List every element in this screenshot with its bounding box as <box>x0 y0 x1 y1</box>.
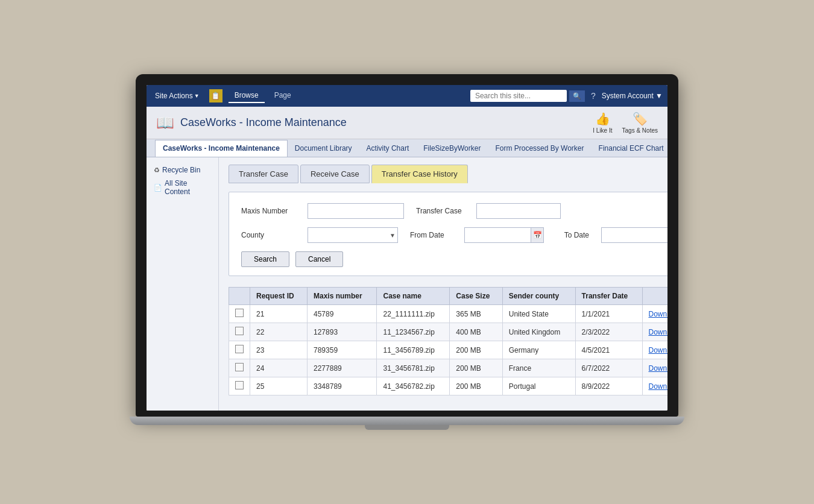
row-case-name: 22_1111111.zip <box>377 305 450 323</box>
row-maxis-number: 2277889 <box>308 359 377 377</box>
county-select[interactable] <box>308 227 398 243</box>
row-download-cell: Download <box>642 359 667 377</box>
page-title: CaseWorks - Income Maintenance <box>180 116 347 129</box>
title-bar: 📖 CaseWorks - Income Maintenance 👍 I Lik… <box>147 107 667 139</box>
row-request-id: 23 <box>250 341 308 359</box>
page-tab[interactable]: Page <box>268 89 297 103</box>
laptop-stand <box>365 425 449 430</box>
sidebar-item-all-site-content[interactable]: 📄 All Site Content <box>151 177 213 198</box>
maxis-number-input[interactable] <box>308 203 404 219</box>
download-link[interactable]: Download <box>649 328 668 336</box>
table-header-row: Request ID Maxis number Case name Case S… <box>229 288 668 305</box>
row-check-cell[interactable] <box>229 359 250 377</box>
row-sender-county: Germany <box>502 341 575 359</box>
row-transfer-date: 6/7/2022 <box>575 359 642 377</box>
col-header-case-size: Case Size <box>450 288 502 305</box>
nav-item-activity-chart[interactable]: Activity Chart <box>359 140 417 156</box>
form-panel: Maxis Number Transfer Case County <box>229 192 667 276</box>
from-date-calendar-icon[interactable]: 📅 <box>531 227 544 243</box>
row-check-cell[interactable] <box>229 377 250 395</box>
checkbox-icon[interactable] <box>235 327 244 335</box>
row-download-cell: Download <box>642 377 667 395</box>
col-header-maxis-number: Maxis number <box>308 288 377 305</box>
topbar: Site Actions ▼ 📋 Browse Page 🔍 ? System … <box>147 85 667 107</box>
main-tabs: Transfer Case Receive Case Transfer Case… <box>229 165 667 183</box>
county-label: County <box>241 231 295 239</box>
checkbox-icon[interactable] <box>235 309 244 317</box>
nav-item-caseworks[interactable]: CaseWorks - Income Maintenance <box>155 140 288 157</box>
nav-item-financial-ecf[interactable]: Financial ECF Chart <box>592 140 667 156</box>
row-maxis-number: 127893 <box>308 323 377 341</box>
from-date-input[interactable] <box>464 227 531 243</box>
checkbox-icon[interactable] <box>235 381 244 389</box>
download-link[interactable]: Download <box>649 382 668 391</box>
checkbox-icon[interactable] <box>235 363 244 371</box>
to-date-input[interactable] <box>601 227 667 243</box>
row-sender-county: France <box>502 359 575 377</box>
row-request-id: 21 <box>250 305 308 323</box>
ilike-button[interactable]: 👍 I Like It <box>593 112 612 134</box>
row-case-size: 200 MB <box>450 377 502 395</box>
tab-transfer-case[interactable]: Transfer Case <box>229 165 298 183</box>
table-row: 24 2277889 31_3456781.zip 200 MB France … <box>229 359 668 377</box>
col-header-check <box>229 288 250 305</box>
nav-bar: CaseWorks - Income Maintenance Document … <box>147 139 667 157</box>
cancel-button[interactable]: Cancel <box>295 251 343 267</box>
nav-item-form-processed[interactable]: Form Processed By Worker <box>488 140 591 156</box>
user-account[interactable]: System Account ▼ <box>602 92 663 100</box>
title-left: 📖 CaseWorks - Income Maintenance <box>156 115 347 131</box>
book-icon: 📖 <box>156 115 174 131</box>
to-date-label: To Date <box>556 231 589 239</box>
tab-transfer-case-history[interactable]: Transfer Case History <box>371 165 468 183</box>
checkbox-icon[interactable] <box>235 345 244 353</box>
row-download-cell: Download <box>642 305 667 323</box>
sharepoint-icon: 📋 <box>209 89 222 102</box>
col-header-case-name: Case name <box>377 288 450 305</box>
col-header-request-id: Request ID <box>250 288 308 305</box>
nav-item-filesizebyworker[interactable]: FileSizeByWorker <box>416 140 488 156</box>
row-check-cell[interactable] <box>229 305 250 323</box>
table-row: 21 45789 22_1111111.zip 365 MB United St… <box>229 305 668 323</box>
site-actions-button[interactable]: Site Actions ▼ <box>151 89 203 102</box>
sidebar-item-recycle-bin[interactable]: ♻ Recycle Bin <box>151 163 213 177</box>
download-link[interactable]: Download <box>649 310 668 318</box>
help-icon[interactable]: ? <box>587 91 599 101</box>
form-row-2: County ▼ From Date 📅 <box>241 227 667 243</box>
recycle-bin-icon: ♻ <box>154 166 160 174</box>
maxis-number-label: Maxis Number <box>241 207 295 215</box>
site-actions-arrow: ▼ <box>194 93 200 99</box>
download-link[interactable]: Download <box>649 346 668 354</box>
row-transfer-date: 8/9/2022 <box>575 377 642 395</box>
search-input[interactable] <box>470 90 567 102</box>
transfer-case-input[interactable] <box>476 203 561 219</box>
search-icon-button[interactable]: 🔍 <box>569 90 585 102</box>
tab-receive-case[interactable]: Receive Case <box>300 165 370 183</box>
row-maxis-number: 45789 <box>308 305 377 323</box>
screen: Site Actions ▼ 📋 Browse Page 🔍 ? System … <box>147 85 667 411</box>
table-row: 22 127893 11_1234567.zip 400 MB United K… <box>229 323 668 341</box>
search-button[interactable]: Search <box>241 251 289 267</box>
row-transfer-date: 1/1/2021 <box>575 305 642 323</box>
search-box: 🔍 ? System Account ▼ <box>470 90 663 102</box>
row-request-id: 22 <box>250 323 308 341</box>
title-actions: 👍 I Like It 🏷️ Tags & Notes <box>593 112 658 134</box>
laptop-base <box>130 417 684 425</box>
row-maxis-number: 3348789 <box>308 377 377 395</box>
main-panel: Transfer Case Receive Case Transfer Case… <box>219 157 667 411</box>
tags-notes-button[interactable]: 🏷️ Tags & Notes <box>622 112 658 134</box>
row-check-cell[interactable] <box>229 341 250 359</box>
row-check-cell[interactable] <box>229 323 250 341</box>
row-case-name: 11_1234567.zip <box>377 323 450 341</box>
form-row-1: Maxis Number Transfer Case <box>241 203 667 219</box>
col-header-sender-county: Sender county <box>502 288 575 305</box>
row-case-size: 400 MB <box>450 323 502 341</box>
download-link[interactable]: Download <box>649 364 668 373</box>
sidebar: ♻ Recycle Bin 📄 All Site Content <box>147 157 219 411</box>
browse-tab[interactable]: Browse <box>229 89 265 103</box>
row-download-cell: Download <box>642 323 667 341</box>
col-header-action <box>642 288 667 305</box>
row-download-cell: Download <box>642 341 667 359</box>
nav-item-document-library[interactable]: Document Library <box>288 140 359 156</box>
tags-icon: 🏷️ <box>633 112 648 126</box>
row-case-size: 200 MB <box>450 341 502 359</box>
